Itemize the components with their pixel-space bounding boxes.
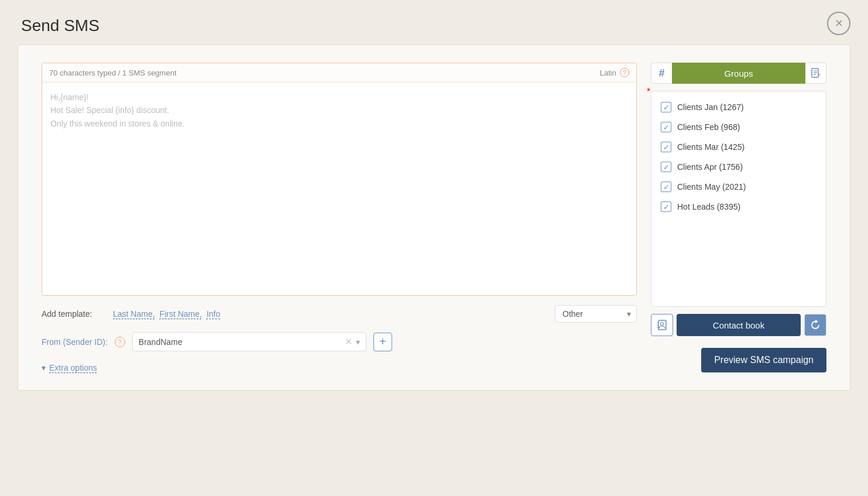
sender-input-wrap: ✕ ▾ (132, 332, 366, 351)
template-label: Add template: (42, 309, 106, 319)
groups-list: * ✓ Clients Jan (1267) ✓ Clients Feb (96… (651, 91, 826, 307)
template-link-firstname[interactable]: First Name, (160, 309, 202, 319)
sender-chevron-icon[interactable]: ▾ (356, 337, 360, 347)
page-title: Send SMS (0, 0, 868, 45)
encoding-help-icon[interactable]: ? (620, 68, 629, 77)
template-links: Last Name, First Name, Info (113, 309, 220, 319)
group-checkbox-0[interactable]: ✓ (661, 102, 671, 112)
sender-add-button[interactable]: + (373, 333, 392, 351)
sender-row: From (Sender ID): ? ✕ ▾ + (42, 332, 637, 351)
group-item-0[interactable]: ✓ Clients Jan (1267) (651, 97, 826, 117)
extra-options-chevron-icon[interactable]: ▾ (42, 363, 46, 372)
group-item-2[interactable]: ✓ Clients Mar (1425) (651, 137, 826, 157)
contact-book-icon-wrap[interactable] (651, 314, 673, 336)
bottom-right: Preview SMS campaign (651, 348, 826, 372)
group-name-1: Clients Feb (968) (677, 122, 740, 132)
sender-help-icon[interactable]: ? (115, 337, 125, 347)
group-name-5: Hot Leads (8395) (677, 202, 740, 211)
group-name-4: Clients May (2021) (677, 182, 746, 191)
refresh-button[interactable] (804, 314, 826, 336)
group-item-3[interactable]: ✓ Clients Apr (1756) (651, 157, 826, 177)
group-checkbox-4[interactable]: ✓ (661, 182, 671, 192)
contact-book-small-icon (656, 319, 668, 331)
template-link-info[interactable]: Info (207, 309, 220, 319)
contact-book-label: Contact book (713, 320, 764, 330)
char-count: 70 characters typed / 1 SMS segment (49, 69, 177, 77)
group-item-1[interactable]: ✓ Clients Feb (968) (651, 117, 826, 137)
contact-book-button[interactable]: Contact book (677, 314, 801, 336)
tab-groups-button[interactable]: Groups (672, 63, 805, 84)
refresh-icon (810, 320, 821, 330)
template-link-lastname[interactable]: Last Name, (113, 309, 155, 319)
right-column: # Groups * ✓ Cl (651, 63, 826, 372)
file-icon (811, 68, 821, 78)
groups-tabs: # Groups (651, 63, 826, 84)
main-panel: 70 characters typed / 1 SMS segment Lati… (18, 45, 850, 391)
sender-clear-icon[interactable]: ✕ (345, 336, 352, 347)
extra-options-link[interactable]: Extra options (49, 363, 97, 372)
sms-box: 70 characters typed / 1 SMS segment Lati… (42, 63, 637, 296)
sms-header: 70 characters typed / 1 SMS segment Lati… (42, 63, 636, 83)
svg-marker-11 (815, 320, 818, 323)
group-name-0: Clients Jan (1267) (677, 102, 744, 112)
sms-textarea[interactable] (42, 83, 636, 293)
template-select[interactable]: Other Custom 1 Custom 2 (555, 305, 637, 323)
contact-book-row: Contact book (651, 314, 826, 336)
group-checkbox-1[interactable]: ✓ (661, 122, 671, 132)
sender-label: From (Sender ID): (42, 337, 108, 347)
group-item-5[interactable]: ✓ Hot Leads (8395) (651, 197, 826, 217)
encoding-label: Latin (600, 69, 616, 77)
template-dropdown[interactable]: Other Custom 1 Custom 2 ▾ (555, 305, 637, 323)
group-checkbox-3[interactable]: ✓ (661, 162, 671, 172)
group-item-4[interactable]: ✓ Clients May (2021) (651, 177, 826, 197)
sender-input[interactable] (139, 337, 341, 347)
tab-file-button[interactable] (805, 63, 826, 84)
close-button[interactable]: ✕ (827, 12, 850, 35)
group-name-2: Clients Mar (1425) (677, 142, 745, 152)
left-column: 70 characters typed / 1 SMS segment Lati… (42, 63, 637, 372)
group-name-3: Clients Apr (1756) (677, 162, 743, 172)
extra-options-row: ▾ Extra options (42, 363, 637, 372)
tab-hash-button[interactable]: # (651, 63, 672, 84)
template-row: Add template: Last Name, First Name, Inf… (42, 305, 637, 323)
preview-button[interactable]: Preview SMS campaign (701, 348, 826, 372)
group-checkbox-5[interactable]: ✓ (661, 201, 671, 212)
required-star: * (647, 87, 650, 97)
group-checkbox-2[interactable]: ✓ (661, 142, 671, 152)
